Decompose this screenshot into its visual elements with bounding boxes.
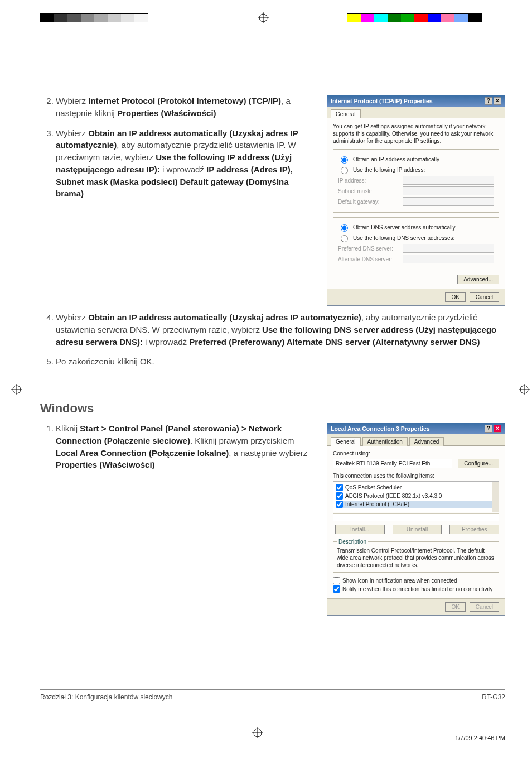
tab-advanced[interactable]: Advanced [409,437,444,446]
subnet-mask-field [403,186,494,195]
configure-button[interactable]: Configure... [458,459,499,468]
tcpip-properties-dialog: Internet Protocol (TCP/IP) Properties ? … [327,95,505,306]
advanced-button[interactable]: Advanced... [457,275,499,284]
item-checkbox[interactable] [336,484,343,491]
radio-obtain-ip[interactable] [341,156,348,164]
ok-button[interactable]: OK [445,602,465,612]
section-heading-windows: Windows [40,401,505,416]
footer-model: RT-G32 [482,693,505,701]
instruction-step-4: Wybierz Obtain an IP address automatical… [56,311,505,348]
dialog-title: Local Area Connection 3 Properties [331,425,430,432]
cancel-button[interactable]: Cancel [470,292,499,302]
cancel-button[interactable]: Cancel [470,602,499,612]
install-button[interactable]: Install... [335,525,385,534]
windows-step-1: Kliknij Start > Control Panel (Panel ste… [56,423,316,471]
tab-authentication[interactable]: Authentication [362,437,408,446]
item-checkbox[interactable] [336,492,343,500]
radio-obtain-dns[interactable] [341,224,348,232]
page-content: Wybierz Internet Protocol (Protokół Inte… [40,95,505,616]
printer-marks-top [40,13,515,23]
default-gateway-field [403,197,494,206]
registration-mark-icon [252,727,263,740]
registration-mark-icon [258,12,269,23]
tab-general[interactable]: General [331,437,361,446]
instruction-step-2: Wybierz Internet Protocol (Protokół Inte… [56,95,316,119]
radio-use-ip[interactable] [341,167,348,174]
description-box: Description Transmission Control Protoco… [333,539,499,573]
help-icon[interactable]: ? [485,425,492,433]
instruction-step-5: Po zakończeniu kliknij OK. [56,356,505,368]
tab-general[interactable]: General [331,109,361,118]
print-timestamp: 1/7/09 2:40:46 PM [455,735,505,741]
registration-mark-icon [11,384,22,397]
dialog-description: You can get IP settings assigned automat… [333,123,499,145]
properties-button[interactable]: Properties [449,525,499,534]
preferred-dns-field [403,244,494,253]
notify-checkbox[interactable] [333,585,340,593]
footer-chapter: Rozdział 3: Konfiguracja klientów siecio… [40,693,172,701]
radio-use-dns[interactable] [341,235,348,242]
instruction-step-3: Wybierz Obtain an IP address automatical… [56,127,316,200]
dialog-titlebar: Internet Protocol (TCP/IP) Properties ? … [327,95,505,107]
help-icon[interactable]: ? [485,97,492,105]
close-icon[interactable]: × [494,425,501,433]
close-icon[interactable]: × [494,97,501,105]
dialog-titlebar: Local Area Connection 3 Properties ? × [327,423,505,434]
components-listbox[interactable]: QoS Packet Scheduler AEGIS Protocol (IEE… [333,481,499,512]
connect-using-field: Realtek RTL8139 Family PCI Fast Eth [333,459,452,468]
item-checkbox[interactable] [336,501,343,508]
alternate-dns-field [403,255,494,263]
registration-mark-icon [519,384,530,397]
dialog-title: Internet Protocol (TCP/IP) Properties [331,98,433,104]
page-footer: Rozdział 3: Konfiguracja klientów siecio… [40,689,505,701]
ok-button[interactable]: OK [445,292,465,302]
horizontal-scrollbar[interactable] [333,513,499,521]
ip-address-field [403,176,494,185]
items-label: This connection uses the following items… [333,473,499,479]
uninstall-button[interactable]: Uninstall [393,525,442,534]
scrollbar-icon[interactable] [492,482,499,512]
connect-using-label: Connect using: [333,450,499,457]
lan-properties-dialog: Local Area Connection 3 Properties ? × G… [327,423,505,616]
show-icon-checkbox[interactable] [333,577,340,584]
